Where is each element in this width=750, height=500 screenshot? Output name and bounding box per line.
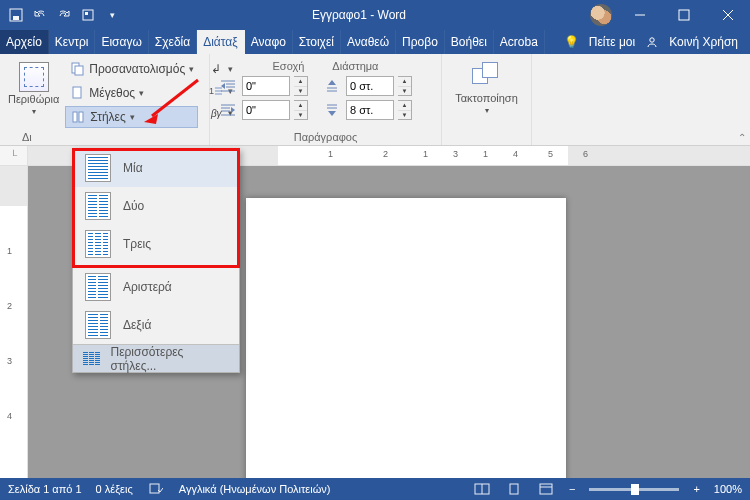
svg-rect-40 [540,484,552,494]
columns-one-icon [85,154,111,182]
spellcheck-icon[interactable] [147,482,165,496]
columns-more-label: Περισσότερες στήλες... [110,345,229,373]
space-before-spinner[interactable]: ▲▼ [398,76,412,96]
tab-help[interactable]: Βοήθει [445,30,494,54]
view-web-icon[interactable] [537,482,555,496]
maximize-button[interactable] [662,0,706,30]
indent-left-field[interactable]: ▲▼ [218,76,308,96]
tab-design[interactable]: Σχεδία [149,30,197,54]
orientation-label: Προσανατολισμός [89,62,185,76]
group-title-page-setup: Δι [8,129,201,143]
save-icon[interactable] [6,5,26,25]
indent-left-spinner[interactable]: ▲▼ [294,76,308,96]
svg-rect-11 [73,87,81,98]
tab-acrobat[interactable]: Acroba [494,30,545,54]
quick-access-toolbar: ▾ [0,5,128,25]
indent-left-input[interactable] [242,76,290,96]
svg-rect-12 [73,112,77,122]
columns-dropdown: Μία Δύο Τρεις Αριστερά Δεξιά Περισσότερε… [72,148,240,373]
zoom-slider[interactable] [589,488,679,491]
space-before-input[interactable] [346,76,394,96]
space-after-field[interactable]: ▲▼ [322,100,412,120]
group-title-paragraph: Παράγραφος [218,129,433,143]
svg-rect-3 [85,12,88,15]
group-page-setup: Περιθώρια ▾ Προσανατολισμός ▾ Μέγεθος ▾ … [0,54,210,145]
columns-left-label: Αριστερά [123,280,172,294]
indent-right-spinner[interactable]: ▲▼ [294,100,308,120]
columns-button[interactable]: Στήλες ▾ [65,106,198,128]
tab-mailings[interactable]: Στοιχεί [293,30,341,54]
arrange-button[interactable]: Τακτοποίηση ▾ [450,58,523,115]
space-before-icon [322,77,342,95]
svg-rect-5 [679,10,689,20]
size-label: Μέγεθος [89,86,135,100]
chevron-down-icon: ▾ [485,106,489,115]
close-button[interactable] [706,0,750,30]
space-before-field[interactable]: ▲▼ [322,76,412,96]
columns-right[interactable]: Δεξιά [73,306,239,344]
qat-tool-icon[interactable] [78,5,98,25]
qat-down-icon[interactable]: ▾ [102,5,122,25]
ribbon-tabs: Αρχείο Κεντρι Εισαγω Σχεδία Διάταξ Αναφο… [0,30,750,54]
tab-layout[interactable]: Διάταξ [197,30,245,54]
space-after-input[interactable] [346,100,394,120]
tab-review[interactable]: Αναθεώ [341,30,396,54]
group-arrange: Τακτοποίηση ▾ [442,54,532,145]
status-page[interactable]: Σελίδα 1 από 1 [8,483,82,495]
svg-rect-1 [13,16,19,20]
columns-right-icon [85,311,111,339]
status-bar: Σελίδα 1 από 1 0 λέξεις Αγγλικά (Ηνωμένω… [0,478,750,500]
columns-label: Στήλες [90,110,125,124]
columns-right-label: Δεξιά [123,318,151,332]
view-print-icon[interactable] [505,482,523,496]
window-buttons [618,0,750,30]
tab-home[interactable]: Κεντρι [49,30,96,54]
svg-marker-19 [221,83,225,89]
status-words[interactable]: 0 λέξεις [96,483,133,495]
indent-right-input[interactable] [242,100,290,120]
status-language[interactable]: Αγγλικά (Ηνωμένων Πολιτειών) [179,483,331,495]
columns-one[interactable]: Μία [73,149,239,187]
tell-me[interactable]: Πείτε μοι [589,35,635,49]
size-icon [69,86,85,100]
columns-left[interactable]: Αριστερά [73,268,239,306]
page[interactable] [246,198,566,478]
ribbon-collapse-icon[interactable]: ⌃ [738,132,746,143]
lightbulb-icon: 💡 [565,35,579,49]
orientation-icon [69,62,85,76]
arrange-label: Τακτοποίηση [455,92,518,104]
zoom-out[interactable]: − [569,483,575,495]
svg-marker-28 [328,80,336,85]
share-button[interactable]: Κοινή Χρήση [669,35,738,49]
tab-references[interactable]: Αναφο [245,30,293,54]
columns-icon [70,110,86,124]
columns-two[interactable]: Δύο [73,187,239,225]
columns-two-icon [85,192,111,220]
zoom-value[interactable]: 100% [714,483,742,495]
chevron-down-icon: ▾ [139,88,144,98]
columns-more[interactable]: Περισσότερες στήλες... [73,344,239,372]
minimize-button[interactable] [618,0,662,30]
redo-icon[interactable] [54,5,74,25]
undo-icon[interactable] [30,5,50,25]
tab-insert[interactable]: Εισαγω [95,30,148,54]
margins-button[interactable]: Περιθώρια ▾ [8,58,59,116]
orientation-button[interactable]: Προσανατολισμός ▾ [65,58,198,80]
share-icon [645,35,659,49]
ruler-corner: └ [0,146,28,165]
view-read-icon[interactable] [473,482,491,496]
indent-right-icon [218,101,238,119]
user-avatar[interactable] [590,4,612,26]
spacing-title: Διάστημα [332,60,378,72]
size-button[interactable]: Μέγεθος ▾ [65,82,198,104]
zoom-in[interactable]: + [693,483,699,495]
columns-three[interactable]: Τρεις [73,225,239,263]
tab-view[interactable]: Προβο [396,30,445,54]
space-after-spinner[interactable]: ▲▼ [398,100,412,120]
columns-left-icon [85,273,111,301]
ruler-vertical[interactable]: 1 2 3 4 [0,166,28,478]
group-paragraph: Εσοχή Διάστημα ▲▼ ▲▼ ▲ [210,54,442,145]
indent-right-field[interactable]: ▲▼ [218,100,308,120]
svg-marker-24 [231,107,235,113]
tab-file[interactable]: Αρχείο [0,30,49,54]
